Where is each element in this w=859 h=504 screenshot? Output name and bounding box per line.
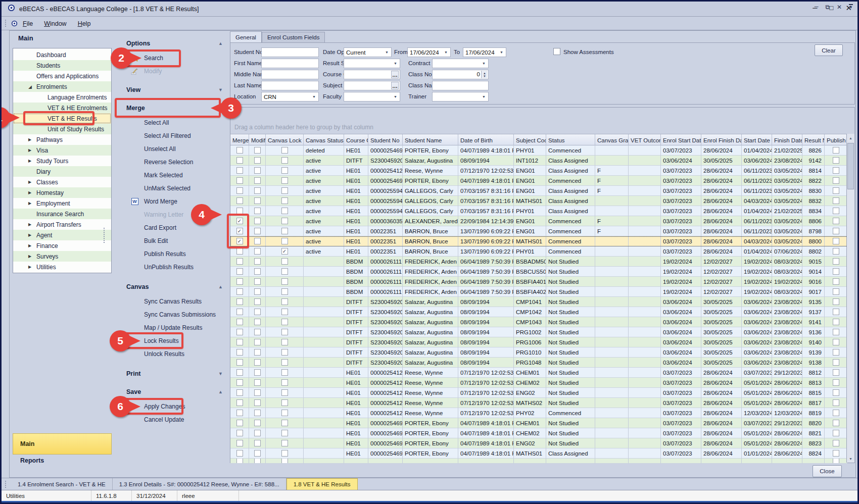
collapsed-icon[interactable]: ▶ (28, 159, 31, 163)
cell-merge[interactable] (230, 358, 249, 368)
canvas-lock-result-checkbox[interactable] (281, 450, 288, 457)
modified-checkbox[interactable] (254, 228, 261, 234)
canvas-lock-result-checkbox[interactable] (281, 319, 288, 325)
publish-checkbox[interactable] (833, 359, 839, 366)
cell-modified[interactable] (249, 418, 266, 428)
cell-canvas-lock-result[interactable] (266, 337, 304, 347)
cell-canvas-lock-result[interactable] (266, 156, 304, 166)
cell-publish[interactable] (825, 287, 847, 297)
modified-checkbox[interactable] (254, 248, 261, 255)
table-row[interactable]: DITFTS230045920Salazar, Augustina08/09/1… (230, 327, 847, 337)
canvas-lock-result-checkbox[interactable] (281, 339, 288, 345)
publish-checkbox[interactable] (833, 278, 839, 285)
tab-enrol-custom-fields[interactable]: Enrol Custom Fields (262, 32, 325, 42)
cell-merge[interactable] (230, 307, 249, 317)
tabbar-drag-handle[interactable] (5, 480, 7, 488)
cell-merge[interactable] (230, 297, 249, 307)
publish-checkbox[interactable] (833, 177, 839, 184)
col-header-canvas-lock-result[interactable]: Canvas Lock Result (266, 134, 304, 146)
cell-canvas-lock-result[interactable] (266, 226, 304, 236)
cell-modified[interactable] (249, 347, 266, 358)
cell-merge[interactable] (230, 145, 249, 156)
expanded-icon[interactable]: ◢ (28, 84, 32, 89)
cell-modified[interactable] (249, 378, 266, 388)
trainer-select[interactable]: ▼ (432, 92, 489, 102)
cell-canvas-lock-result[interactable] (266, 257, 304, 267)
mdi-minimize-icon[interactable]: ─ (815, 4, 819, 10)
table-row[interactable]: HE010000025412Reese, Wynne07/12/1970 12:… (230, 398, 847, 408)
cell-canvas-lock-result[interactable] (266, 438, 304, 448)
publish-checkbox[interactable] (833, 420, 839, 426)
modified-checkbox[interactable] (254, 208, 261, 214)
canvas-lock-result-checkbox[interactable] (281, 410, 288, 416)
merge-checkbox[interactable] (236, 167, 243, 174)
table-row[interactable]: DITFTS230045920Salazar, Augustina08/09/1… (230, 317, 847, 327)
action-sync-canvas-results[interactable]: Sync Canvas Results (112, 295, 230, 308)
cell-modified[interactable] (249, 176, 266, 186)
table-row[interactable]: HE010000025412Reese, Wynne07/12/1970 12:… (230, 378, 847, 388)
ellipsis-icon[interactable]: … (391, 82, 399, 89)
cell-merge[interactable] (230, 277, 249, 287)
publish-checkbox[interactable] (833, 430, 839, 436)
modified-checkbox[interactable] (254, 440, 261, 446)
action-cancel-update[interactable]: Cancel Update (112, 413, 230, 426)
cell-modified[interactable] (249, 448, 266, 459)
merge-checkbox[interactable] (236, 450, 243, 457)
modified-checkbox[interactable] (254, 430, 261, 436)
merge-checkbox[interactable] (236, 420, 243, 426)
modified-checkbox[interactable] (254, 379, 261, 386)
cell-canvas-lock-result[interactable] (266, 388, 304, 398)
modified-checkbox[interactable] (254, 278, 261, 285)
cell-modified[interactable] (249, 145, 266, 156)
merge-checkbox[interactable] (236, 309, 243, 315)
merge-checkbox[interactable] (236, 329, 243, 335)
modified-checkbox[interactable] (254, 459, 261, 464)
publish-checkbox[interactable] (833, 167, 839, 174)
chevron-down-icon[interactable]: ▼ (481, 93, 487, 100)
canvas-lock-result-checkbox[interactable] (281, 309, 288, 315)
cell-canvas-lock-result[interactable] (266, 277, 304, 287)
cell-modified[interactable] (249, 438, 266, 448)
table-row[interactable]: activeHE010000025594GALLEGOS, Carly07/03… (230, 196, 847, 206)
collapsed-icon[interactable]: ▶ (28, 243, 31, 248)
ellipsis-icon[interactable]: … (391, 71, 399, 78)
merge-checkbox[interactable] (236, 430, 243, 436)
cell-merge[interactable] (230, 176, 249, 186)
faculty-select[interactable]: ▼ (344, 92, 400, 102)
modified-checkbox[interactable] (254, 399, 261, 406)
cell-publish[interactable] (825, 398, 847, 408)
cell-publish[interactable] (825, 226, 847, 236)
merge-checkbox[interactable] (236, 288, 243, 295)
merge-checkbox[interactable] (236, 278, 243, 285)
cell-publish[interactable] (825, 418, 847, 428)
modified-checkbox[interactable] (254, 339, 261, 345)
modified-checkbox[interactable] (254, 147, 261, 154)
table-row[interactable]: activeHE010000025412Reese, Wynne07/12/19… (230, 166, 847, 176)
cell-canvas-lock-result[interactable] (266, 186, 304, 196)
cell-canvas-lock-result[interactable] (266, 267, 304, 277)
cell-publish[interactable] (825, 327, 847, 337)
merge-checkbox[interactable] (236, 197, 243, 204)
merge-checkbox[interactable] (236, 177, 243, 184)
publish-checkbox[interactable] (833, 319, 839, 325)
merge-checkbox[interactable] (236, 319, 243, 325)
action-select-all[interactable]: Select All (112, 116, 230, 129)
sidebar-item-study-tours[interactable]: ▶Study Tours (13, 156, 111, 166)
merge-checkbox[interactable] (236, 440, 243, 446)
cell-merge[interactable] (230, 438, 249, 448)
cell-merge[interactable] (230, 428, 249, 438)
modified-checkbox[interactable] (254, 288, 261, 295)
merge-checkbox[interactable] (236, 298, 243, 305)
cell-modified[interactable] (249, 226, 266, 236)
action-unmark-selected[interactable]: UnMark Selected (112, 182, 230, 195)
cell-modified[interactable] (249, 388, 266, 398)
cell-merge[interactable] (230, 398, 249, 408)
col-header-canvas-status[interactable]: Canvas Status▼ (304, 134, 344, 146)
cell-canvas-lock-result[interactable]: ✓ (266, 246, 304, 257)
cell-publish[interactable] (825, 448, 847, 459)
from-date-input[interactable]: 17/06/2024 ▼ (407, 47, 451, 57)
publish-checkbox[interactable] (833, 440, 839, 446)
col-header-finish-date[interactable]: Finish Date (772, 134, 802, 146)
publish-checkbox[interactable] (833, 238, 839, 244)
col-header-student-no[interactable]: Student No (368, 134, 403, 146)
